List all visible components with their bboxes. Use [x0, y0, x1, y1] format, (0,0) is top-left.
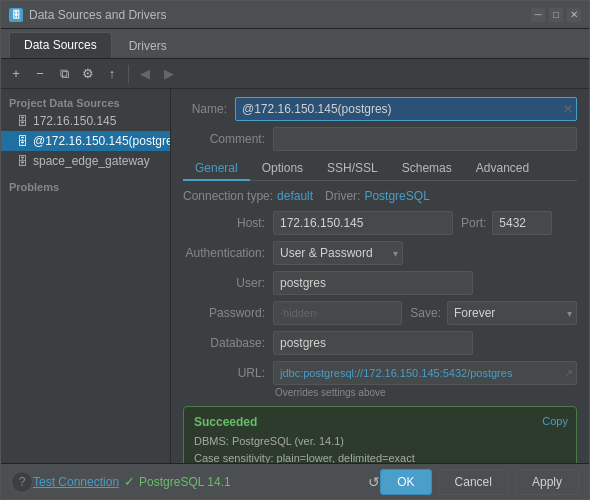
host-row: Host: Port:	[183, 211, 577, 235]
success-title: Succeeded	[194, 415, 566, 429]
content-area: Project Data Sources 🗄 172.16.150.145 🗄 …	[1, 89, 589, 463]
port-label: Port:	[461, 216, 486, 230]
inner-tab-schemas[interactable]: Schemas	[390, 157, 464, 181]
add-button[interactable]: +	[5, 63, 27, 85]
sidebar-item-space-edge[interactable]: 🗄 space_edge_gateway	[1, 151, 170, 171]
sidebar-item-172[interactable]: 🗄 172.16.150.145	[1, 111, 170, 131]
success-line-2: Case sensitivity: plain=lower, delimited…	[194, 450, 566, 464]
inner-tab-bar: General Options SSH/SSL Schemas Advanced	[183, 157, 577, 181]
test-check-icon: ✓	[124, 474, 135, 489]
sidebar: Project Data Sources 🗄 172.16.150.145 🗄 …	[1, 89, 171, 463]
save-label: Save:	[410, 306, 441, 320]
main-panel: Name: ✕ Comment: General Options SSH/SSL…	[171, 89, 589, 463]
name-clear-button[interactable]: ✕	[563, 102, 573, 116]
auth-select-wrap: User & Password ▾	[273, 241, 403, 265]
connection-type-row: Connection type: default Driver: Postgre…	[183, 189, 577, 203]
success-panel: Succeeded Copy DBMS: PostgreSQL (ver. 14…	[183, 406, 577, 463]
toolbar-separator	[128, 65, 129, 83]
url-input[interactable]	[273, 361, 577, 385]
tab-drivers[interactable]: Drivers	[114, 33, 182, 58]
test-connection-button[interactable]: Test Connection	[33, 475, 119, 489]
user-row: User:	[183, 271, 577, 295]
cancel-button[interactable]: Cancel	[438, 469, 509, 495]
problems-section-label: Problems	[1, 177, 170, 195]
conn-type-label: Connection type:	[183, 189, 273, 203]
nav-back-button[interactable]: ◀	[134, 63, 156, 85]
settings-button[interactable]: ⚙	[77, 63, 99, 85]
duplicate-button[interactable]: ⧉	[53, 63, 75, 85]
password-hidden-text: ·hidden·	[280, 307, 319, 319]
conn-driver-value[interactable]: PostgreSQL	[364, 189, 429, 203]
window-controls: ─ □ ✕	[531, 8, 581, 22]
name-label: Name:	[183, 102, 235, 116]
database-label: Database:	[183, 336, 273, 350]
host-input[interactable]	[273, 211, 453, 235]
nav-forward-button[interactable]: ▶	[158, 63, 180, 85]
conn-type-value[interactable]: default	[277, 189, 313, 203]
auth-row: Authentication: User & Password ▾	[183, 241, 577, 265]
remove-button[interactable]: −	[29, 63, 51, 85]
title-bar: 🗄 Data Sources and Drivers ─ □ ✕	[1, 1, 589, 29]
refresh-button[interactable]: ↺	[368, 474, 380, 490]
success-line-1: DBMS: PostgreSQL (ver. 14.1)	[194, 433, 566, 450]
main-window: 🗄 Data Sources and Drivers ─ □ ✕ Data So…	[0, 0, 590, 500]
top-tab-bar: Data Sources Drivers	[1, 29, 589, 59]
inner-tab-sshssl[interactable]: SSH/SSL	[315, 157, 390, 181]
test-connection-area: Test Connection ✓ PostgreSQL 14.1	[33, 474, 364, 489]
sidebar-item-label-at172: @172.16.150.145(postgres)	[33, 134, 171, 148]
maximize-button[interactable]: □	[549, 8, 563, 22]
ok-button[interactable]: OK	[380, 469, 431, 495]
comment-row: Comment:	[183, 127, 577, 151]
help-button[interactable]: ?	[11, 471, 33, 493]
export-button[interactable]: ↑	[101, 63, 123, 85]
url-input-wrap: ↗	[273, 361, 577, 385]
apply-button[interactable]: Apply	[515, 469, 579, 495]
sidebar-section-label: Project Data Sources	[1, 93, 170, 111]
sidebar-item-label-space: space_edge_gateway	[33, 154, 150, 168]
sidebar-item-at172[interactable]: 🗄 @172.16.150.145(postgres)	[1, 131, 170, 151]
auth-label: Authentication:	[183, 246, 273, 260]
db-icon-2: 🗄	[17, 155, 28, 167]
name-row: Name: ✕	[183, 97, 577, 121]
inner-tab-options[interactable]: Options	[250, 157, 315, 181]
conn-driver-label: Driver:	[325, 189, 360, 203]
test-result-text: PostgreSQL 14.1	[139, 475, 231, 489]
sidebar-item-label-172: 172.16.150.145	[33, 114, 116, 128]
comment-input[interactable]	[273, 127, 577, 151]
url-row: URL: ↗	[183, 361, 577, 385]
password-row: Password: ·hidden· Save: Forever ▾	[183, 301, 577, 325]
dialog-buttons: OK Cancel Apply	[380, 469, 579, 495]
bottom-bar: ? Test Connection ✓ PostgreSQL 14.1 ↺ OK…	[1, 463, 589, 499]
db-selected-icon: 🗄	[17, 135, 28, 147]
toolbar: + − ⧉ ⚙ ↑ ◀ ▶	[1, 59, 589, 89]
minimize-button[interactable]: ─	[531, 8, 545, 22]
user-label: User:	[183, 276, 273, 290]
window-title: Data Sources and Drivers	[29, 8, 531, 22]
test-connection-result: ✓ PostgreSQL 14.1	[124, 474, 231, 489]
copy-button[interactable]: Copy	[542, 415, 568, 427]
inner-tab-advanced[interactable]: Advanced	[464, 157, 541, 181]
app-icon: 🗄	[9, 8, 23, 22]
url-external-icon: ↗	[564, 367, 573, 380]
user-input[interactable]	[273, 271, 473, 295]
tab-data-sources[interactable]: Data Sources	[9, 32, 112, 58]
password-display: ·hidden·	[273, 301, 402, 325]
name-input-wrap: ✕	[235, 97, 577, 121]
host-label: Host:	[183, 216, 273, 230]
inner-tab-general[interactable]: General	[183, 157, 250, 181]
comment-label: Comment:	[183, 132, 273, 146]
db-icon: 🗄	[17, 115, 28, 127]
database-row: Database:	[183, 331, 577, 355]
name-input[interactable]	[235, 97, 577, 121]
url-label: URL:	[183, 366, 273, 380]
save-select[interactable]: Forever	[447, 301, 577, 325]
overrides-text: Overrides settings above	[275, 387, 577, 398]
success-content: DBMS: PostgreSQL (ver. 14.1) Case sensit…	[194, 433, 566, 463]
save-select-wrap: Forever ▾	[447, 301, 577, 325]
auth-select[interactable]: User & Password	[273, 241, 403, 265]
password-label: Password:	[183, 306, 273, 320]
database-input[interactable]	[273, 331, 473, 355]
port-input[interactable]	[492, 211, 552, 235]
close-button[interactable]: ✕	[567, 8, 581, 22]
